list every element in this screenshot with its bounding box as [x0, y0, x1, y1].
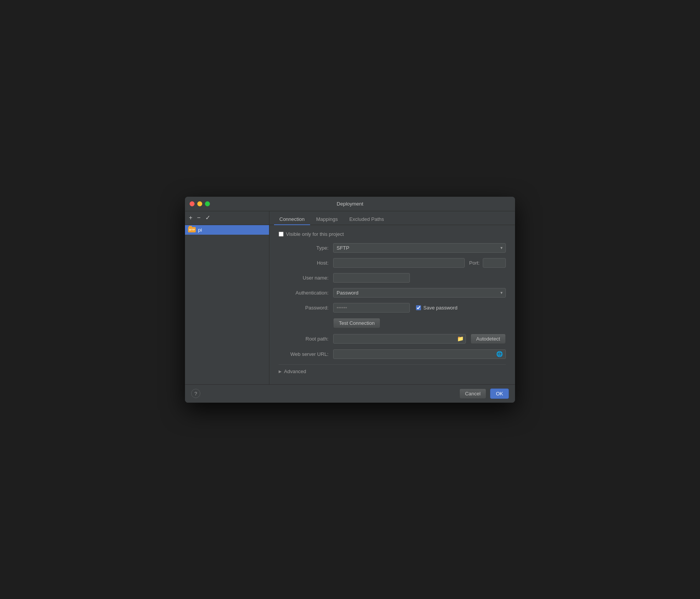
remove-server-button[interactable]: −	[196, 215, 201, 221]
folder-icon: 📁	[457, 336, 464, 342]
dialog-footer: ? Cancel OK	[185, 384, 515, 403]
ok-button[interactable]: OK	[490, 388, 509, 399]
confirm-button[interactable]: ✓	[205, 215, 211, 221]
deployment-dialog: Deployment + − ✓ SFTP pi Connection	[185, 197, 515, 403]
sftp-icon: SFTP	[188, 227, 196, 232]
web-server-url-row: Web server URL: http://192.168.█████ 🌐	[279, 349, 506, 359]
advanced-chevron-icon: ▶	[279, 369, 282, 374]
cancel-button[interactable]: Cancel	[459, 388, 486, 399]
autodetect-button[interactable]: Autodetect	[471, 334, 506, 344]
root-path-input-area: / 📁 Autodetect	[333, 334, 506, 344]
advanced-section[interactable]: ▶ Advanced	[279, 364, 506, 378]
password-row: Password: Save password	[279, 303, 506, 313]
help-button[interactable]: ?	[191, 389, 200, 398]
save-password-checkbox[interactable]	[416, 305, 421, 310]
host-label: Host:	[279, 260, 329, 266]
test-connection-row: Test Connection	[333, 318, 506, 328]
password-input-area: Save password	[333, 303, 457, 313]
close-button[interactable]	[190, 201, 195, 206]
authentication-select-wrapper: Password Key pair (OpenSSH or PuTTY) Ope…	[333, 288, 506, 298]
sidebar: + − ✓ SFTP pi	[185, 211, 269, 384]
password-input[interactable]	[333, 303, 410, 313]
web-server-url-label: Web server URL:	[279, 351, 329, 357]
advanced-label: Advanced	[284, 369, 306, 374]
maximize-button[interactable]	[205, 201, 210, 206]
port-input[interactable]: 22	[483, 258, 506, 268]
root-path-input[interactable]: /	[333, 334, 466, 344]
host-row: Host: 192.168.█████ Port: 22	[279, 258, 506, 268]
test-connection-button[interactable]: Test Connection	[333, 318, 380, 328]
type-label: Type:	[279, 245, 329, 251]
web-server-url-input[interactable]: http://192.168.█████	[333, 349, 506, 359]
authentication-select[interactable]: Password Key pair (OpenSSH or PuTTY) Ope…	[333, 288, 506, 298]
tab-mappings[interactable]: Mappings	[311, 214, 343, 225]
visible-project-label[interactable]: Visible only for this project	[279, 231, 344, 237]
sidebar-toolbar: + − ✓	[185, 211, 269, 225]
content-area: Connection Mappings Excluded Paths Visib…	[269, 211, 515, 384]
sidebar-item-pi[interactable]: SFTP pi	[185, 225, 269, 235]
password-input-wrapper	[333, 303, 410, 313]
server-name: pi	[198, 227, 202, 233]
username-row: User name: pi	[279, 273, 506, 283]
root-path-label: Root path:	[279, 336, 329, 342]
tab-excluded-paths[interactable]: Excluded Paths	[344, 214, 389, 225]
root-path-row: Root path: / 📁 Autodetect	[279, 334, 506, 344]
password-label: Password:	[279, 305, 329, 311]
port-wrapper: Port: 22	[469, 258, 506, 268]
host-input[interactable]: 192.168.█████	[333, 258, 465, 268]
minimize-button[interactable]	[197, 201, 202, 206]
type-select-wrapper: SFTP FTP Local or mounted folder	[333, 243, 506, 253]
type-select[interactable]: SFTP FTP Local or mounted folder	[333, 243, 506, 253]
port-label: Port:	[469, 260, 480, 266]
username-label: User name:	[279, 275, 329, 281]
type-row: Type: SFTP FTP Local or mounted folder	[279, 243, 506, 253]
dialog-body: + − ✓ SFTP pi Connection Mappings	[185, 211, 515, 384]
save-password-label[interactable]: Save password	[416, 305, 457, 311]
tabs-bar: Connection Mappings Excluded Paths	[269, 211, 515, 225]
host-input-wrapper: 192.168.█████	[333, 258, 465, 268]
title-bar: Deployment	[185, 197, 515, 211]
username-input-wrapper: pi	[333, 273, 410, 283]
authentication-row: Authentication: Password Key pair (OpenS…	[279, 288, 506, 298]
authentication-label: Authentication:	[279, 290, 329, 296]
connection-form: Visible only for this project Type: SFTP…	[269, 225, 515, 384]
add-server-button[interactable]: +	[188, 215, 193, 221]
globe-icon: 🌐	[496, 351, 503, 357]
visible-project-row: Visible only for this project	[279, 231, 506, 237]
username-input[interactable]: pi	[333, 273, 410, 283]
visible-project-checkbox[interactable]	[279, 232, 284, 237]
traffic-lights	[190, 201, 210, 206]
root-input-wrapper: / 📁	[333, 334, 466, 344]
tab-connection[interactable]: Connection	[274, 214, 310, 225]
dialog-title: Deployment	[337, 201, 363, 207]
web-url-wrapper: http://192.168.█████ 🌐	[333, 349, 506, 359]
